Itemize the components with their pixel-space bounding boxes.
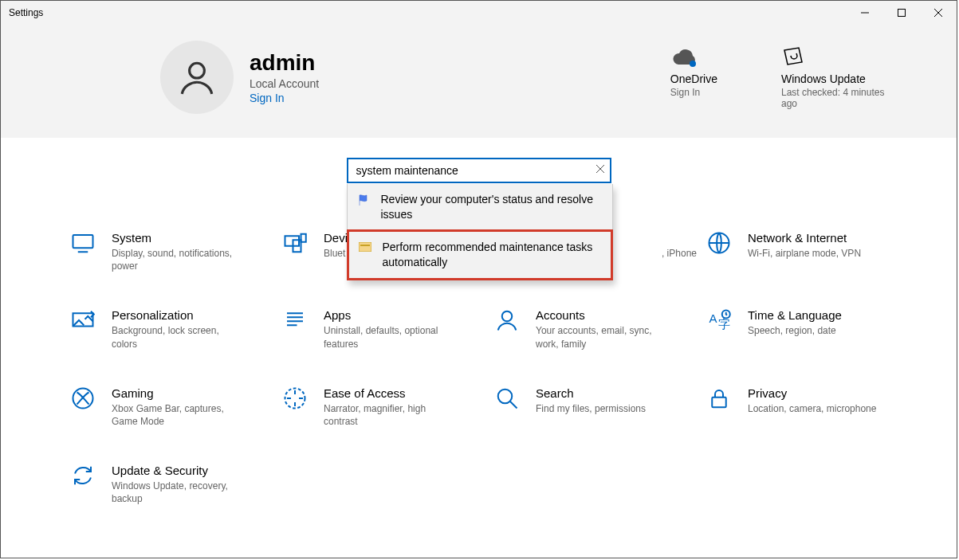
- category-title: Time & Language: [748, 308, 842, 322]
- minimize-button[interactable]: [847, 1, 883, 25]
- svg-rect-9: [360, 245, 370, 246]
- avatar: [160, 41, 234, 114]
- category-title: Gaming: [112, 386, 247, 400]
- language-icon: A字: [705, 308, 733, 350]
- globe-icon: [705, 231, 733, 272]
- update-sub: Last checked: 4 minutes ago: [781, 87, 893, 109]
- category-update-security[interactable]: Update & Security Windows Update, recove…: [69, 464, 273, 505]
- category-desc: Location, camera, microphone: [748, 402, 876, 415]
- lock-icon: [705, 386, 733, 428]
- category-desc: Display, sound, notifications, power: [112, 247, 247, 272]
- svg-point-5: [690, 61, 696, 67]
- category-desc: , iPhone: [662, 247, 697, 260]
- search-input[interactable]: [347, 158, 611, 183]
- header: admin Local Account Sign In OneDrive Sig…: [1, 25, 957, 138]
- category-title: Search: [536, 386, 646, 400]
- svg-rect-13: [301, 234, 306, 242]
- category-network[interactable]: Network & Internet Wi-Fi, airplane mode,…: [705, 231, 909, 272]
- devices-icon: [281, 231, 309, 272]
- apps-icon: [281, 308, 309, 350]
- search-suggestions: Review your computer's status and resolv…: [347, 184, 613, 280]
- category-title: Update & Security: [112, 464, 247, 477]
- window-title: Settings: [9, 7, 43, 18]
- settings-window: Settings admin Local Account Sig: [0, 0, 957, 558]
- category-desc: Bluet: [324, 247, 348, 260]
- search-icon: [493, 386, 521, 428]
- cloud-icon: [670, 41, 717, 68]
- xbox-icon: [69, 386, 97, 428]
- titlebar: Settings: [1, 1, 957, 25]
- category-title: Accounts: [536, 308, 671, 322]
- search-container: Review your computer's status and resolv…: [347, 158, 611, 183]
- category-desc: Uninstall, defaults, optional features: [324, 324, 459, 350]
- category-accounts[interactable]: Accounts Your accounts, email, sync, wor…: [493, 308, 697, 350]
- update-title: Windows Update: [781, 72, 893, 85]
- svg-text:字: 字: [718, 317, 730, 331]
- suggestion-text: Perform recommended maintenance tasks au…: [383, 240, 601, 270]
- svg-rect-8: [359, 242, 371, 252]
- category-gaming[interactable]: Gaming Xbox Game Bar, captures, Game Mod…: [69, 386, 273, 428]
- category-system[interactable]: System Display, sound, notifications, po…: [69, 231, 273, 272]
- flag-icon: [357, 194, 371, 209]
- account-type: Local Account: [250, 77, 319, 90]
- windows-update-card[interactable]: Windows Update Last checked: 4 minutes a…: [781, 41, 893, 109]
- category-title: Devi: [324, 231, 348, 245]
- category-desc: Xbox Game Bar, captures, Game Mode: [112, 402, 247, 428]
- category-title: Privacy: [748, 386, 876, 400]
- clear-icon[interactable]: [595, 163, 605, 176]
- system-icon: [69, 231, 97, 272]
- svg-point-22: [498, 390, 513, 404]
- category-desc: Narrator, magnifier, high contrast: [324, 402, 459, 428]
- category-title: Personalization: [112, 308, 247, 322]
- paint-icon: [69, 308, 97, 350]
- suggestion-text: Review your computer's status and resolv…: [381, 192, 603, 222]
- onedrive-title: OneDrive: [670, 72, 717, 85]
- maintenance-icon: [359, 241, 373, 254]
- sync-icon: [69, 464, 97, 505]
- account-name: admin: [250, 50, 319, 76]
- category-search[interactable]: Search Find my files, permissions: [493, 386, 697, 428]
- close-button[interactable]: [920, 1, 957, 25]
- svg-rect-11: [285, 236, 300, 246]
- category-desc: Speech, region, date: [748, 324, 842, 337]
- svg-rect-10: [73, 235, 93, 248]
- category-desc: Your accounts, email, sync, work, family: [536, 324, 671, 350]
- svg-rect-23: [712, 397, 726, 408]
- category-desc: Windows Update, recovery, backup: [112, 480, 247, 505]
- svg-rect-1: [898, 10, 906, 17]
- svg-point-4: [190, 63, 205, 78]
- category-desc: Background, lock screen, colors: [112, 324, 247, 350]
- category-time-language[interactable]: A字 Time & Language Speech, region, date: [705, 308, 909, 350]
- category-title: System: [112, 231, 247, 245]
- window-controls: [847, 1, 957, 25]
- suggestion-item[interactable]: Perform recommended maintenance tasks au…: [347, 229, 613, 280]
- onedrive-card[interactable]: OneDrive Sign In: [670, 41, 717, 109]
- suggestion-item[interactable]: Review your computer's status and resolv…: [348, 184, 612, 230]
- accessibility-icon: [281, 386, 309, 428]
- svg-point-16: [502, 311, 513, 322]
- category-desc: Wi-Fi, airplane mode, VPN: [748, 247, 861, 260]
- category-title: Ease of Access: [324, 386, 459, 400]
- category-title: Apps: [324, 308, 459, 322]
- category-desc: Find my files, permissions: [536, 402, 646, 415]
- category-privacy[interactable]: Privacy Location, camera, microphone: [705, 386, 909, 428]
- maximize-button[interactable]: [883, 1, 920, 25]
- category-personalization[interactable]: Personalization Background, lock screen,…: [69, 308, 273, 350]
- onedrive-sub: Sign In: [670, 87, 717, 98]
- person-icon: [493, 308, 521, 350]
- status-cards: OneDrive Sign In Windows Update Last che…: [670, 41, 893, 109]
- category-apps[interactable]: Apps Uninstall, defaults, optional featu…: [281, 308, 485, 350]
- category-title: Network & Internet: [748, 231, 861, 245]
- account-signin-link[interactable]: Sign In: [250, 92, 319, 104]
- update-icon: [781, 41, 893, 68]
- account-block: admin Local Account Sign In: [160, 41, 623, 114]
- category-ease-of-access[interactable]: Ease of Access Narrator, magnifier, high…: [281, 386, 485, 428]
- svg-text:A: A: [709, 311, 717, 325]
